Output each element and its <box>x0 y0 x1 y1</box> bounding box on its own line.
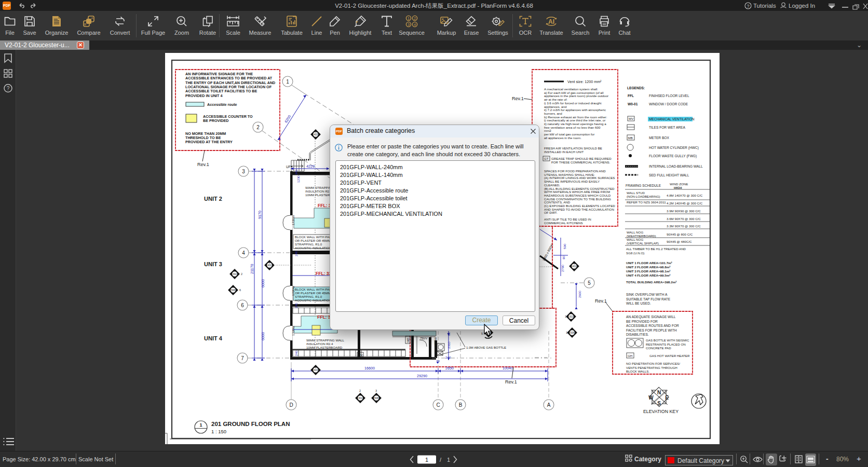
svg-text:3.6M 90X70 @ 300 C/C: 3.6M 90X70 @ 300 C/C <box>667 217 701 221</box>
svg-text:W0-01: W0-01 <box>628 102 638 106</box>
svg-text:1: 1 <box>425 457 428 463</box>
svg-text:29290: 29290 <box>417 374 427 378</box>
svg-text:OF DIRT.: OF DIRT. <box>544 211 558 214</box>
svg-text:SUITABLE TAP FLOW RATE: SUITABLE TAP FLOW RATE <box>626 297 671 301</box>
svg-text:FOR THESE COMMERCIAL KITCHENS.: FOR THESE COMMERCIAL KITCHENS. <box>551 160 611 164</box>
svg-text:6000: 6000 <box>261 279 265 287</box>
svg-text:401: 401 <box>267 264 272 267</box>
svg-text:750/V: 750/V <box>420 337 428 340</box>
svg-text:TOTAL BUILDING AREA=398.2m²: TOTAL BUILDING AREA=398.2m² <box>626 280 676 284</box>
svg-text:W: W <box>648 395 654 401</box>
svg-text:FFL: 3: FFL: 3 <box>318 203 331 208</box>
svg-text:Rev.1: Rev.1 <box>512 96 524 101</box>
svg-text:401: 401 <box>572 265 576 268</box>
svg-text:INSULATION R2.4: INSULATION R2.4 <box>305 189 332 193</box>
svg-text:FINIHSED FLOOR LEVEL: FINIHSED FLOOR LEVEL <box>649 94 689 98</box>
svg-text:301: 301 <box>358 397 362 400</box>
svg-text:2310: 2310 <box>447 341 451 349</box>
svg-text:60: 60 <box>447 332 451 336</box>
svg-text:FFL: 3: FFL: 3 <box>317 314 331 320</box>
svg-text:6: 6 <box>241 303 244 308</box>
svg-text:240: 240 <box>294 303 298 308</box>
svg-text:Rev.1: Rev.1 <box>197 162 209 167</box>
svg-text:Accessible route: Accessible route <box>207 102 237 107</box>
svg-text:LEGENDS:: LEGENDS: <box>627 86 645 90</box>
svg-text:OR PLASTER OR 45MM: OR PLASTER OR 45MM <box>295 291 331 295</box>
svg-text:7: 7 <box>241 355 244 361</box>
svg-text:ACCESSIBLE ROUTES AND FOR: ACCESSIBLE ROUTES AND FOR <box>626 324 679 327</box>
svg-text:PROVIDED IN UNIT 4: PROVIDED IN UNIT 4 <box>185 93 223 98</box>
svg-text:1: 1 <box>447 457 450 463</box>
svg-text:BLOCK WALLS.: BLOCK WALLS. <box>626 369 649 373</box>
svg-text:ALL TIMBER TO BE H1.2 TREATED: ALL TIMBER TO BE H1.2 TREATED AND <box>626 247 686 251</box>
svg-text:1 : 150: 1 : 150 <box>211 429 226 434</box>
svg-text:3.3M 90X70 @ 300 C/C: 3.3M 90X70 @ 300 C/C <box>667 224 701 228</box>
svg-text:1: 1 <box>566 331 567 334</box>
svg-text:VENTS PENETRATING THROUGH: VENTS PENETRATING THROUGH <box>626 366 677 369</box>
svg-text:BE PROVIDED: BE PROVIDED <box>203 118 229 123</box>
svg-text:INSULATION R2.4: INSULATION R2.4 <box>306 342 333 346</box>
svg-text:FACILITIES FOR PEOPLE WITH: FACILITIES FOR PEOPLE WITH <box>626 328 677 332</box>
svg-text:90: 90 <box>562 256 565 259</box>
svg-text:CONCRETE PAD: CONCRETE PAD <box>646 346 671 350</box>
svg-text:4.8M 140X70 @ 300 C/C: 4.8M 140X70 @ 300 C/C <box>667 194 703 197</box>
svg-text:PROVIDED AT THE ENTRY: PROVIDED AT THE ENTRY <box>185 140 233 144</box>
svg-text:9170: 9170 <box>257 211 262 219</box>
svg-text:2600: 2600 <box>578 291 581 298</box>
svg-text:4: 4 <box>242 250 245 256</box>
svg-text:240: 240 <box>294 350 298 356</box>
svg-text:6000: 6000 <box>261 332 265 340</box>
svg-text:WILL BE USED.: WILL BE USED. <box>626 301 651 305</box>
svg-text:4: 4 <box>414 22 416 27</box>
svg-text:1230: 1230 <box>296 175 300 183</box>
svg-text:10MM PLASTERBOARD: 10MM PLASTERBOARD <box>306 346 343 349</box>
svg-text:2650: 2650 <box>445 366 454 370</box>
svg-text:AI: AI <box>548 18 554 25</box>
svg-text:INTERNAL LOAD-BEARING WALL: INTERNAL LOAD-BEARING WALL <box>649 164 703 168</box>
svg-text:BLOCK WALL WITH PAINT: BLOCK WALL WITH PAINT <box>295 235 334 239</box>
svg-text:METER BOX: METER BOX <box>649 136 669 140</box>
svg-text:6200: 6200 <box>283 114 292 123</box>
svg-text:1: 1 <box>199 422 202 428</box>
svg-text:WALL STUD: WALL STUD <box>627 191 645 195</box>
svg-text:STRAPPING, R1.0: STRAPPING, R1.0 <box>295 295 322 298</box>
svg-text:ELEVATION KEY: ELEVATION KEY <box>643 409 679 414</box>
svg-text:TILES FOR WET AREA: TILES FOR WET AREA <box>649 126 685 129</box>
svg-text:Rev.1: Rev.1 <box>505 379 517 384</box>
svg-text:403: 403 <box>314 369 318 372</box>
svg-text:UNIT 4: UNIT 4 <box>204 335 223 341</box>
svg-text:1720W: 1720W <box>291 215 295 225</box>
svg-text:ACOUSTIC INSULATION: ACOUSTIC INSULATION <box>295 298 331 302</box>
svg-text:3: 3 <box>375 389 377 392</box>
svg-text:302: 302 <box>233 273 237 276</box>
svg-text:Tutorials: Tutorials <box>753 3 776 9</box>
svg-text:HOT WATER CYLINDER (HWC): HOT WATER CYLINDER (HWC) <box>649 146 699 150</box>
svg-text:GT: GT <box>544 157 549 160</box>
svg-text:(VERTICAL SHIPLAP): (VERTICAL SHIPLAP) <box>627 241 659 245</box>
svg-text:1: 1 <box>408 16 410 21</box>
svg-text:1720W: 1720W <box>291 325 295 336</box>
svg-text:E: E <box>665 395 669 401</box>
svg-text:2: 2 <box>414 16 416 21</box>
svg-text:21170: 21170 <box>250 264 254 274</box>
svg-text:GAS HOT WATER HEATER: GAS HOT WATER HEATER <box>649 354 690 358</box>
svg-text:FFL: FFL <box>628 94 634 98</box>
svg-text:3: 3 <box>242 169 245 174</box>
svg-text:H x 1200W: H x 1200W <box>434 337 437 351</box>
svg-text:B: B <box>459 402 463 408</box>
svg-text:SED FULL HEIGHT WALL: SED FULL HEIGHT WALL <box>649 173 689 177</box>
svg-text:UP: UP <box>286 165 291 169</box>
svg-text:WINDOW / DOOR CODE: WINDOW / DOOR CODE <box>649 102 688 106</box>
svg-text:N: N <box>657 390 661 395</box>
svg-text:Logged In: Logged In <box>789 3 815 9</box>
svg-text:3: 3 <box>408 22 410 27</box>
svg-text:201 GROUND FLOOR PLAN: 201 GROUND FLOOR PLAN <box>211 421 290 427</box>
svg-text:NO PENETRATION FOR SERVICES/: NO PENETRATION FOR SERVICES/ <box>626 362 680 365</box>
svg-text:UNIT 3 FLOOR AREA=98.1m²: UNIT 3 FLOOR AREA=98.1m² <box>626 269 670 273</box>
svg-text:4.2M 140X45 @ 300 C/C: 4.2M 140X45 @ 300 C/C <box>667 201 703 205</box>
svg-text:5: 5 <box>588 280 591 286</box>
svg-text:REFER TO NZS 3604:2011: REFER TO NZS 3604:2011 <box>627 200 666 204</box>
svg-text:10MM PLASTERB: 10MM PLASTERB <box>305 193 332 197</box>
svg-text:GH: GH <box>628 354 632 358</box>
svg-text:A: A <box>547 402 551 408</box>
